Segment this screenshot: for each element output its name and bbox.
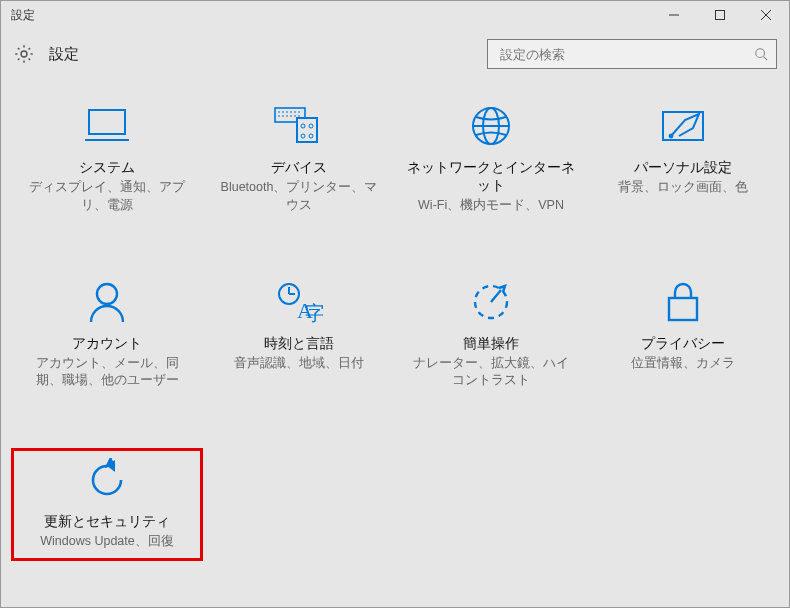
tile-update-security[interactable]: 更新とセキュリティ Windows Update、回復 <box>11 448 203 562</box>
tile-desc: 音声認識、地域、日付 <box>211 355 387 373</box>
tile-desc: Windows Update、回復 <box>22 533 192 551</box>
svg-text:字: 字 <box>305 302 323 324</box>
person-icon <box>19 277 195 327</box>
devices-icon <box>211 101 387 151</box>
tile-desc: 位置情報、カメラ <box>595 355 771 373</box>
tile-desc: ディスプレイ、通知、アプリ、電源 <box>19 179 195 214</box>
tile-title: アカウント <box>19 335 195 353</box>
maximize-button[interactable] <box>697 1 743 29</box>
tile-system[interactable]: システム ディスプレイ、通知、アプリ、電源 <box>11 97 203 223</box>
tile-network[interactable]: ネットワークとインターネット Wi-Fi、機内モード、VPN <box>395 97 587 223</box>
page-title: 設定 <box>49 45 79 64</box>
close-button[interactable] <box>743 1 789 29</box>
tile-title: ネットワークとインターネット <box>403 159 579 195</box>
maximize-icon <box>715 10 725 20</box>
tile-privacy[interactable]: プライバシー 位置情報、カメラ <box>587 273 779 398</box>
search-box[interactable] <box>487 39 777 69</box>
tile-personalization[interactable]: パーソナル設定 背景、ロック画面、色 <box>587 97 779 223</box>
tile-desc: Wi-Fi、機内モード、VPN <box>403 197 579 215</box>
tile-desc: ナレーター、拡大鏡、ハイコントラスト <box>403 355 579 390</box>
tile-desc: アカウント、メール、同期、職場、他のユーザー <box>19 355 195 390</box>
update-icon <box>22 455 192 505</box>
settings-grid: システム ディスプレイ、通知、アプリ、電源 デバイス Bluetooth、プリン… <box>1 87 789 561</box>
tile-title: デバイス <box>211 159 387 177</box>
tile-accounts[interactable]: アカウント アカウント、メール、同期、職場、他のユーザー <box>11 273 203 398</box>
tile-title: プライバシー <box>595 335 771 353</box>
tile-desc: Bluetooth、プリンター、マウス <box>211 179 387 214</box>
header: 設定 <box>1 29 789 87</box>
close-icon <box>761 10 771 20</box>
window-title: 設定 <box>1 7 651 24</box>
lock-icon <box>595 277 771 327</box>
svg-rect-29 <box>669 298 697 320</box>
time-language-icon: A 字 <box>211 277 387 327</box>
titlebar: 設定 <box>1 1 789 29</box>
tile-title: パーソナル設定 <box>595 159 771 177</box>
tile-devices[interactable]: デバイス Bluetooth、プリンター、マウス <box>203 97 395 223</box>
minimize-button[interactable] <box>651 1 697 29</box>
tile-ease-of-access[interactable]: 簡単操作 ナレーター、拡大鏡、ハイコントラスト <box>395 273 587 398</box>
tile-title: システム <box>19 159 195 177</box>
svg-point-21 <box>669 134 673 138</box>
svg-point-22 <box>97 284 117 304</box>
globe-icon <box>403 101 579 151</box>
ease-icon <box>403 277 579 327</box>
tile-title: 時刻と言語 <box>211 335 387 353</box>
search-icon <box>754 47 768 61</box>
svg-point-5 <box>756 49 765 58</box>
svg-rect-1 <box>716 11 725 20</box>
tile-desc: 背景、ロック画面、色 <box>595 179 771 197</box>
svg-rect-7 <box>89 110 125 134</box>
tile-title: 更新とセキュリティ <box>22 513 192 531</box>
system-icon <box>19 101 195 151</box>
tile-title: 簡単操作 <box>403 335 579 353</box>
window-controls <box>651 1 789 29</box>
tile-time-language[interactable]: A 字 時刻と言語 音声認識、地域、日付 <box>203 273 395 398</box>
svg-rect-12 <box>297 118 317 142</box>
minimize-icon <box>669 10 679 20</box>
header-left: 設定 <box>13 43 487 65</box>
svg-line-6 <box>764 57 768 61</box>
svg-point-4 <box>21 51 27 57</box>
paint-icon <box>595 101 771 151</box>
gear-icon <box>13 43 35 65</box>
search-input[interactable] <box>498 46 754 63</box>
